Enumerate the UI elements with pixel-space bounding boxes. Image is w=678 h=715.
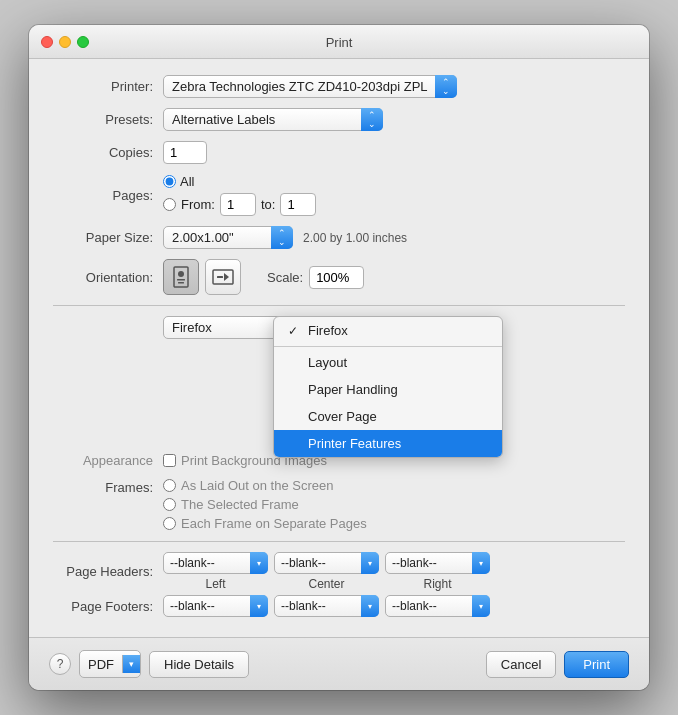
- hide-details-button[interactable]: Hide Details: [149, 651, 249, 678]
- pages-row: Pages: All From: to:: [53, 174, 625, 216]
- svg-rect-6: [217, 276, 223, 278]
- paper-size-select[interactable]: 2.00x1.00": [163, 226, 293, 249]
- col-label-left-text: Left: [205, 577, 225, 591]
- bottom-bar: ? PDF ▾ Hide Details Cancel Print: [29, 637, 649, 690]
- options-label: Appearance: [53, 453, 153, 468]
- copies-label: Copies:: [53, 145, 153, 160]
- paper-size-label: Paper Size:: [53, 230, 153, 245]
- copies-row: Copies:: [53, 141, 625, 164]
- form-content: Printer: Zebra Technologies ZTC ZD410-20…: [29, 59, 649, 637]
- frames-separate-option[interactable]: Each Frame on Separate Pages: [163, 516, 367, 531]
- pages-to-input[interactable]: [280, 193, 316, 216]
- header-center-container: --blank-- ▾: [274, 552, 379, 574]
- frames-label: Frames:: [53, 478, 153, 495]
- orientation-label: Orientation:: [53, 270, 153, 285]
- divider-1: [53, 305, 625, 306]
- window-title: Print: [326, 35, 353, 50]
- presets-label: Presets:: [53, 112, 153, 127]
- page-footers-label: Page Footers:: [53, 599, 153, 614]
- divider-2: [53, 541, 625, 542]
- page-headers-row: Page Headers: --blank-- ▾ --blank-- ▾: [53, 552, 625, 591]
- page-footers-row: Page Footers: --blank-- ▾ --blank-- ▾: [53, 595, 625, 617]
- dropdown-item-layout-label: Layout: [308, 355, 347, 370]
- header-left-select[interactable]: --blank--: [163, 552, 268, 574]
- pages-from-radio[interactable]: [163, 198, 176, 211]
- presets-select[interactable]: Alternative Labels: [163, 108, 383, 131]
- frames-separate-label: Each Frame on Separate Pages: [181, 516, 367, 531]
- dropdown-container: Firefox ⌃⌄ Firefox Layout: [163, 316, 383, 339]
- dropdown-menu: Firefox Layout Paper Handling Cover Page: [273, 316, 503, 458]
- cancel-button[interactable]: Cancel: [486, 651, 556, 678]
- pages-from-option[interactable]: [163, 198, 176, 211]
- presets-row: Presets: Alternative Labels: [53, 108, 625, 131]
- landscape-button[interactable]: [205, 259, 241, 295]
- dropdown-item-printer-features-label: Printer Features: [308, 436, 401, 451]
- dropdown-separator: [274, 346, 502, 347]
- svg-marker-5: [224, 273, 229, 281]
- pdf-button[interactable]: PDF ▾: [79, 650, 141, 678]
- paper-size-controls: 2.00x1.00" 2.00 by 1.00 inches: [163, 226, 407, 249]
- dropdown-item-printer-features[interactable]: Printer Features: [274, 430, 502, 457]
- dropdown-item-layout[interactable]: Layout: [274, 349, 502, 376]
- help-button[interactable]: ?: [49, 653, 71, 675]
- col-label-left: Left: [163, 576, 268, 591]
- pages-to-label: to:: [261, 197, 275, 212]
- col-label-center-text: Center: [308, 577, 344, 591]
- frames-screen-radio[interactable]: [163, 479, 176, 492]
- paper-size-row: Paper Size: 2.00x1.00" 2.00 by 1.00 inch…: [53, 226, 625, 249]
- pages-all-radio[interactable]: [163, 175, 176, 188]
- frames-separate-radio[interactable]: [163, 517, 176, 530]
- dropdown-item-cover-page[interactable]: Cover Page: [274, 403, 502, 430]
- minimize-button[interactable]: [59, 36, 71, 48]
- pages-from-to-row: From: to:: [163, 193, 316, 216]
- dropdown-section: Firefox ⌃⌄ Firefox Layout: [53, 316, 625, 468]
- pages-all-label: All: [180, 174, 194, 189]
- traffic-lights: [41, 36, 89, 48]
- paper-size-select-wrapper: 2.00x1.00": [163, 226, 293, 249]
- page-headers-row-inner: --blank-- ▾ --blank-- ▾ --blank--: [163, 552, 490, 574]
- header-center-select[interactable]: --blank--: [274, 552, 379, 574]
- svg-rect-3: [178, 282, 184, 284]
- frames-group: As Laid Out on the Screen The Selected F…: [163, 478, 367, 531]
- copies-input[interactable]: [163, 141, 207, 164]
- pages-section: All From: to:: [163, 174, 316, 216]
- pages-label: Pages:: [53, 188, 153, 203]
- printer-select-wrapper: Zebra Technologies ZTC ZD410-203dpi ZPL: [163, 75, 457, 98]
- col-label-right: Right: [385, 576, 490, 591]
- maximize-button[interactable]: [77, 36, 89, 48]
- dropdown-item-paper-handling[interactable]: Paper Handling: [274, 376, 502, 403]
- print-button[interactable]: Print: [564, 651, 629, 678]
- footer-center-container: --blank-- ▾: [274, 595, 379, 617]
- titlebar: Print: [29, 25, 649, 59]
- dropdown-item-paper-handling-label: Paper Handling: [308, 382, 398, 397]
- print-bg-images-checkbox[interactable]: [163, 454, 176, 467]
- dropdown-trigger-row: Firefox ⌃⌄ Firefox Layout: [53, 316, 625, 339]
- frames-row: Frames: As Laid Out on the Screen The Se…: [53, 478, 625, 531]
- footer-center-select[interactable]: --blank--: [274, 595, 379, 617]
- portrait-button[interactable]: [163, 259, 199, 295]
- scale-section: Scale:: [267, 266, 364, 289]
- pages-all-option[interactable]: All: [163, 174, 316, 189]
- frames-selected-radio[interactable]: [163, 498, 176, 511]
- svg-rect-2: [177, 279, 185, 281]
- printer-row: Printer: Zebra Technologies ZTC ZD410-20…: [53, 75, 625, 98]
- orientation-row: Orientation:: [53, 259, 625, 295]
- scale-label: Scale:: [267, 270, 303, 285]
- col-label-right-text: Right: [423, 577, 451, 591]
- col-label-center: Center: [274, 576, 379, 591]
- footer-left-select[interactable]: --blank--: [163, 595, 268, 617]
- dropdown-item-firefox-label: Firefox: [308, 323, 348, 338]
- page-headers-label: Page Headers:: [53, 564, 153, 579]
- paper-size-note: 2.00 by 1.00 inches: [303, 231, 407, 245]
- print-dialog: Print Printer: Zebra Technologies ZTC ZD…: [29, 25, 649, 690]
- footer-right-select[interactable]: --blank--: [385, 595, 490, 617]
- header-right-select[interactable]: --blank--: [385, 552, 490, 574]
- close-button[interactable]: [41, 36, 53, 48]
- frames-selected-option[interactable]: The Selected Frame: [163, 497, 367, 512]
- dropdown-item-firefox[interactable]: Firefox: [274, 317, 502, 344]
- scale-input[interactable]: [309, 266, 364, 289]
- printer-select[interactable]: Zebra Technologies ZTC ZD410-203dpi ZPL: [163, 75, 457, 98]
- pages-from-input[interactable]: [220, 193, 256, 216]
- frames-screen-option[interactable]: As Laid Out on the Screen: [163, 478, 367, 493]
- pdf-label: PDF: [80, 657, 122, 672]
